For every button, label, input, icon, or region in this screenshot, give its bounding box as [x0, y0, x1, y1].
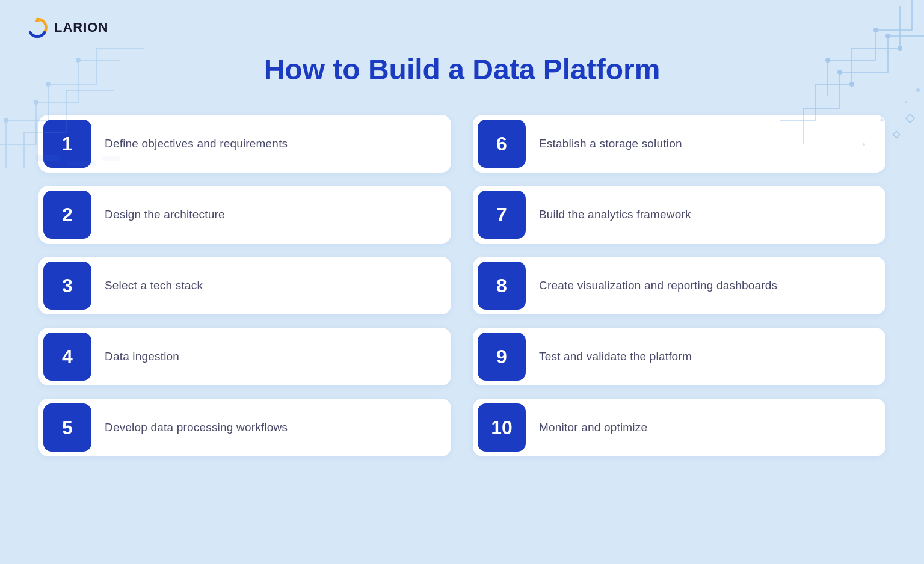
step-number-8: 8 [478, 262, 526, 310]
logo-icon [26, 17, 48, 38]
step-card-9: 9Test and validate the platform [473, 328, 886, 385]
logo: LARION [26, 17, 108, 38]
step-label-6: Establish a storage solution [539, 137, 682, 150]
step-label-7: Build the analytics framework [539, 208, 691, 221]
page-title: How to Build a Data Platform [0, 53, 924, 86]
svg-point-14 [34, 100, 38, 105]
step-label-3: Select a tech stack [105, 279, 203, 292]
step-number-5: 5 [43, 403, 91, 452]
step-label-1: Define objectives and requirements [105, 137, 288, 150]
step-number-7: 7 [478, 191, 526, 239]
step-number-1: 1 [43, 120, 91, 168]
step-card-3: 3Select a tech stack [38, 257, 451, 314]
step-label-10: Monitor and optimize [539, 421, 647, 434]
step-card-4: 4Data ingestion [38, 328, 451, 385]
svg-point-2 [886, 34, 890, 38]
step-card-6: 6Establish a storage solution [473, 115, 886, 173]
step-card-2: 2Design the architecture [38, 186, 451, 244]
svg-point-8 [916, 88, 920, 92]
logo-text: LARION [54, 20, 108, 35]
step-label-5: Develop data processing workflows [105, 421, 288, 434]
step-number-3: 3 [43, 262, 91, 310]
step-card-5: 5Develop data processing workflows [38, 399, 451, 456]
step-card-7: 7Build the analytics framework [473, 186, 886, 244]
step-card-1: 1Define objectives and requirements [38, 115, 451, 173]
step-label-9: Test and validate the platform [539, 350, 692, 363]
svg-point-4 [873, 28, 878, 32]
svg-point-0 [898, 46, 902, 51]
step-label-2: Design the architecture [105, 208, 225, 221]
step-number-6: 6 [478, 120, 526, 168]
step-number-9: 9 [478, 333, 526, 381]
step-label-8: Create visualization and reporting dashb… [539, 279, 777, 292]
step-number-4: 4 [43, 333, 91, 381]
svg-point-9 [905, 101, 907, 103]
steps-grid: 1Define objectives and requirements6Esta… [0, 115, 924, 456]
step-card-8: 8Create visualization and reporting dash… [473, 257, 886, 314]
step-number-10: 10 [478, 403, 526, 452]
step-card-10: 10Monitor and optimize [473, 399, 886, 456]
step-label-4: Data ingestion [105, 350, 179, 363]
step-number-2: 2 [43, 191, 91, 239]
